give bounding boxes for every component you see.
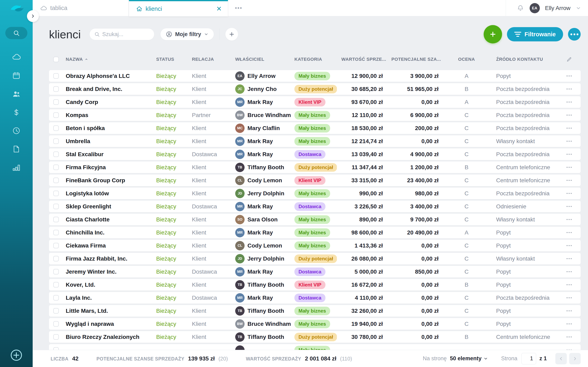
row-checkbox[interactable] <box>53 308 59 314</box>
table-row[interactable]: Little Mars, Ltd. Bieżący Klient TB Tiff… <box>49 305 581 317</box>
tab-overflow-button[interactable]: ••• <box>228 0 249 16</box>
table-row[interactable]: Firma Fikcyjna Bieżący Klient TB Tiffany… <box>49 161 581 173</box>
row-checkbox[interactable] <box>53 86 59 92</box>
row-checkbox[interactable] <box>53 321 59 327</box>
client-name[interactable]: Ciasta Charlotte <box>61 216 152 223</box>
row-menu-button[interactable] <box>565 282 573 287</box>
table-row[interactable]: Stal Excalibur Bieżący Dostawca MR Mark … <box>49 149 581 160</box>
column-header-zrodlo[interactable]: ŹRÓDŁO KONTAKTU <box>492 57 557 62</box>
row-menu-button[interactable] <box>565 269 573 274</box>
notifications-bell-icon[interactable] <box>517 4 524 12</box>
client-name[interactable]: Jeremy Winter Inc. <box>61 268 152 275</box>
row-checkbox[interactable] <box>53 269 59 275</box>
client-name[interactable]: FineBank Group Corp <box>61 177 152 184</box>
previous-page-button[interactable] <box>555 353 567 364</box>
client-name[interactable]: Wygląd i naprawa <box>61 321 152 327</box>
client-name[interactable]: Layla Inc. <box>61 295 152 301</box>
client-name[interactable]: Ciekawa Firma <box>61 242 152 249</box>
row-menu-button[interactable] <box>565 125 573 131</box>
table-row[interactable]: Logistyka lotów Bieżący Klient JD Jerry … <box>49 188 581 199</box>
documents-icon[interactable] <box>12 145 21 153</box>
table-row[interactable]: Beton i spółka Bieżący Klient MC Mary Cl… <box>49 122 581 134</box>
column-header-wartosc[interactable]: WARTOŚĆ SPRZE... <box>337 57 385 62</box>
table-row[interactable]: Kover, Ltd. Bieżący Klient TB Tiffany Bo… <box>49 279 581 291</box>
sidebar-add-button[interactable] <box>10 349 23 362</box>
column-header-kategoria[interactable]: KATEGORIA <box>291 57 337 62</box>
my-filters-dropdown[interactable]: Moje filtry <box>160 28 214 40</box>
row-checkbox[interactable] <box>53 256 59 261</box>
sales-dollar-icon[interactable] <box>12 108 21 117</box>
row-checkbox[interactable] <box>53 217 59 222</box>
row-checkbox[interactable] <box>53 165 59 170</box>
table-row[interactable]: Break and Drive, Inc. Bieżący Klient JC … <box>49 83 581 95</box>
row-checkbox[interactable] <box>53 178 59 183</box>
user-name[interactable]: Elly Arrow <box>545 5 571 11</box>
tab-tablica[interactable]: tablica <box>33 0 129 16</box>
client-name[interactable]: Beton i spółka <box>61 125 152 132</box>
row-menu-button[interactable] <box>565 230 573 235</box>
row-checkbox[interactable] <box>53 125 59 131</box>
column-header-ocena[interactable]: OCENA <box>441 57 492 62</box>
page-number-input[interactable] <box>521 353 536 364</box>
app-logo[interactable] <box>8 3 25 14</box>
client-name[interactable]: Sklep Greenlight <box>61 203 152 210</box>
chevron-down-icon[interactable] <box>576 6 581 11</box>
select-all-checkbox[interactable] <box>49 57 61 62</box>
more-actions-button[interactable] <box>568 28 581 41</box>
column-header-nazwa[interactable]: NAZWA <box>61 57 152 62</box>
reports-chart-icon[interactable] <box>12 163 21 172</box>
client-name[interactable]: Little Mars, Ltd. <box>61 308 152 314</box>
table-row[interactable]: Chinchilla Inc. Bieżący Klient MR Mark R… <box>49 227 581 238</box>
row-checkbox[interactable] <box>53 282 59 287</box>
row-menu-button[interactable] <box>565 256 573 261</box>
table-row[interactable]: FineBank Group Corp Bieżący Klient CL Co… <box>49 175 581 186</box>
client-name[interactable]: Candy Corp <box>61 99 152 105</box>
client-name[interactable]: Kompas <box>61 112 152 118</box>
user-avatar[interactable]: EA <box>530 3 540 13</box>
row-menu-button[interactable] <box>565 347 573 350</box>
add-filter-view-button[interactable] <box>225 28 238 41</box>
row-checkbox[interactable] <box>53 99 59 105</box>
row-menu-button[interactable] <box>565 295 573 300</box>
row-menu-button[interactable] <box>565 217 573 222</box>
row-menu-button[interactable] <box>565 243 573 248</box>
client-name[interactable]: Stal Excalibur <box>61 151 152 158</box>
row-menu-button[interactable] <box>565 152 573 157</box>
table-row[interactable]: Sklep Greenlight Bieżący Dostawca MR Mar… <box>49 201 581 212</box>
table-row[interactable]: Biuro Rzeczy Znalezionych Bieżący Klient… <box>49 331 581 343</box>
row-menu-button[interactable] <box>565 334 573 340</box>
table-row[interactable]: Umbrella Bieżący Klient MR Mark Ray Mały… <box>49 135 581 147</box>
row-checkbox[interactable] <box>53 347 59 350</box>
row-checkbox[interactable] <box>53 191 59 196</box>
search-input[interactable] <box>102 31 150 38</box>
client-name[interactable]: Logistyka lotów <box>61 190 152 197</box>
table-row[interactable]: Ciekawa Firma Bieżący Klient CL Cody Lem… <box>49 240 581 251</box>
client-name[interactable]: Kover, Ltd. <box>61 282 152 288</box>
table-row[interactable]: Jeremy Winter Inc. Bieżący Dostawca MR M… <box>49 266 581 277</box>
per-page-dropdown[interactable]: 50 elementy <box>450 355 488 362</box>
table-row[interactable]: Candy Corp Bieżący Klient MR Mark Ray Kl… <box>49 96 581 108</box>
filter-button[interactable]: Filtrowanie <box>507 27 563 42</box>
table-row[interactable]: Mały biznes <box>49 344 581 350</box>
row-checkbox[interactable] <box>53 138 59 144</box>
row-checkbox[interactable] <box>53 243 59 248</box>
contacts-icon[interactable] <box>12 90 21 98</box>
row-checkbox[interactable] <box>53 230 59 235</box>
tab-klienci[interactable]: klienci ✕ <box>129 0 228 16</box>
table-row[interactable]: Firma Jazz Rabbit, Inc. Bieżący Klient J… <box>49 253 581 264</box>
history-clock-icon[interactable] <box>12 126 21 135</box>
row-menu-button[interactable] <box>565 100 573 105</box>
table-row[interactable]: Wygląd i naprawa Bieżący Klient BW Bruce… <box>49 318 581 330</box>
row-checkbox[interactable] <box>53 73 59 79</box>
row-checkbox[interactable] <box>53 204 59 209</box>
sidebar-search-button[interactable] <box>5 27 27 39</box>
dashboard-cloud-icon[interactable] <box>12 52 21 62</box>
row-menu-button[interactable] <box>565 178 573 183</box>
client-name[interactable]: Break and Drive, Inc. <box>61 86 152 92</box>
row-menu-button[interactable] <box>565 139 573 144</box>
client-name[interactable]: Obrazy Alphonse'a LLC <box>61 73 152 79</box>
row-menu-button[interactable] <box>565 308 573 313</box>
table-row[interactable]: Ciasta Charlotte Bieżący Klient SO Sara … <box>49 214 581 225</box>
column-header-relacja[interactable]: RELACJA <box>188 57 231 62</box>
row-menu-button[interactable] <box>565 321 573 326</box>
